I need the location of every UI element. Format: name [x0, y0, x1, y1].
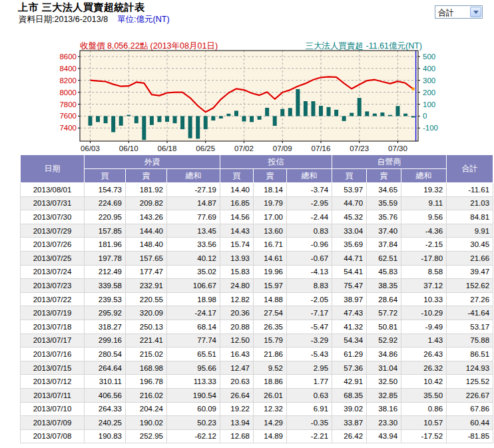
- value-cell: 26.42: [332, 429, 367, 443]
- netbuy-bar: [173, 116, 177, 123]
- value-cell: 57.36: [332, 361, 367, 375]
- subtitle: 資料日期:2013/6-2013/8單位:億元(NT): [19, 14, 170, 25]
- value-cell: 37.12: [401, 279, 447, 293]
- summary-select[interactable]: 合計: [435, 5, 483, 19]
- netbuy-bar: [288, 108, 292, 116]
- institutional-table: 日期 外資 投信 自營商 合計 買 賣 總和 買 賣 總和 買 賣 總和 201…: [20, 154, 493, 443]
- col-header-trust-sell: 賣: [254, 169, 287, 183]
- date-cell: 2013/07/30: [21, 210, 85, 224]
- value-cell: 12.47: [220, 361, 254, 375]
- value-cell: 26.32: [401, 361, 447, 375]
- date-cell: 2013/07/11: [21, 388, 85, 402]
- value-cell: 190.02: [126, 416, 167, 430]
- value-cell: 26.64: [220, 388, 254, 402]
- value-cell: 44.70: [332, 196, 367, 210]
- value-cell: 196.78: [126, 375, 167, 389]
- value-cell: 252.95: [126, 429, 167, 443]
- value-cell: 50.23: [167, 416, 220, 430]
- date-cell: 2013/07/26: [21, 238, 85, 252]
- date-range-label: 資料日期:2013/6-2013/8: [19, 15, 108, 24]
- value-cell: 0.63: [287, 388, 332, 402]
- netbuy-bar: [411, 116, 415, 117]
- value-cell: 113.33: [167, 375, 220, 389]
- netbuy-bar: [342, 116, 346, 120]
- date-cell: 2013/07/23: [21, 279, 85, 293]
- netbuy-bar: [119, 116, 123, 125]
- value-cell: 50.81: [367, 320, 401, 334]
- date-cell: 2013/07/19: [21, 306, 85, 320]
- netbuy-bar: [365, 111, 369, 116]
- netbuy-bar: [373, 114, 377, 116]
- right-axis-label: 500: [423, 53, 435, 61]
- value-cell: 14.61: [254, 251, 287, 265]
- netbuy-bar: [358, 98, 362, 116]
- date-cell: 2013/07/10: [21, 402, 85, 416]
- value-cell: 16.71: [254, 238, 287, 252]
- value-cell: 12.68: [220, 429, 254, 443]
- right-axis-label: 200: [423, 89, 435, 97]
- col-header-dealer: 自營商: [332, 155, 447, 169]
- col-header-dealer-net: 總和: [401, 169, 447, 183]
- right-axis-label: 100: [423, 101, 435, 109]
- value-cell: 44.71: [332, 251, 367, 265]
- combo-dropdown-button[interactable]: [470, 7, 481, 17]
- value-cell: 35.69: [332, 238, 367, 252]
- value-cell: 299.16: [85, 334, 126, 347]
- value-cell: 181.96: [85, 238, 126, 252]
- value-cell: 216.02: [126, 388, 167, 402]
- value-cell: 168.98: [126, 361, 167, 375]
- value-cell: 18.98: [167, 292, 220, 306]
- value-cell: 13.45: [167, 224, 220, 238]
- table-row: 2013/07/12310.11196.78113.3320.6318.861.…: [21, 375, 493, 389]
- value-cell: 220.55: [126, 292, 167, 306]
- value-cell: 21.66: [447, 251, 493, 265]
- col-header-foreign-net: 總和: [167, 169, 220, 183]
- value-cell: 67.86: [447, 402, 493, 416]
- table-row: 2013/07/15264.64168.9895.6612.479.522.95…: [21, 361, 493, 375]
- value-cell: 42.91: [332, 375, 367, 389]
- date-cell: 2013/07/16: [21, 347, 85, 361]
- value-cell: 43.94: [367, 429, 401, 443]
- table-row: 2013/07/11406.56216.02190.5426.6426.010.…: [21, 388, 493, 402]
- value-cell: -62.12: [167, 429, 220, 443]
- last-point-dot: [411, 87, 415, 91]
- netbuy-bar: [165, 116, 169, 122]
- value-cell: 0.86: [401, 402, 447, 416]
- value-cell: 95.66: [167, 361, 220, 375]
- value-cell: 26.43: [401, 347, 447, 361]
- value-cell: 240.25: [85, 416, 126, 430]
- value-cell: 19.22: [220, 402, 254, 416]
- value-cell: 318.27: [85, 320, 126, 334]
- value-cell: 6.91: [287, 402, 332, 416]
- netbuy-bar: [242, 116, 246, 121]
- value-cell: 77.74: [167, 334, 220, 347]
- value-cell: -17.80: [401, 251, 447, 265]
- left-axis-label: 8000: [59, 89, 77, 97]
- table-row: 2013/07/10264.33204.2460.0919.2212.326.9…: [21, 402, 493, 416]
- right-axis-label: 300: [423, 77, 435, 85]
- table-row: 2013/07/16280.54215.0265.5116.4321.86-5.…: [21, 347, 493, 361]
- value-cell: 12.50: [220, 334, 254, 347]
- value-cell: 37.40: [367, 224, 401, 238]
- value-cell: 339.58: [85, 279, 126, 293]
- value-cell: 20.88: [220, 320, 254, 334]
- value-cell: -0.35: [287, 416, 332, 430]
- value-cell: 8.83: [287, 279, 332, 293]
- value-cell: 27.26: [447, 292, 493, 306]
- value-cell: 204.24: [126, 402, 167, 416]
- value-cell: 16.85: [220, 196, 254, 210]
- netbuy-bar: [334, 110, 338, 116]
- date-cell: 2013/07/22: [21, 292, 85, 306]
- value-cell: 30.45: [447, 238, 493, 252]
- value-cell: 10.57: [401, 416, 447, 430]
- table-row: 2013/07/19295.92320.09-24.1720.3627.54-7…: [21, 306, 493, 320]
- value-cell: 39.02: [332, 402, 367, 416]
- value-cell: 250.13: [126, 320, 167, 334]
- netbuy-bar: [350, 113, 354, 116]
- value-cell: 9.56: [401, 210, 447, 224]
- value-cell: 209.82: [126, 196, 167, 210]
- value-cell: 154.73: [85, 183, 126, 197]
- value-cell: 38.35: [367, 279, 401, 293]
- netbuy-bar: [327, 107, 331, 116]
- col-header-foreign: 外資: [85, 155, 220, 169]
